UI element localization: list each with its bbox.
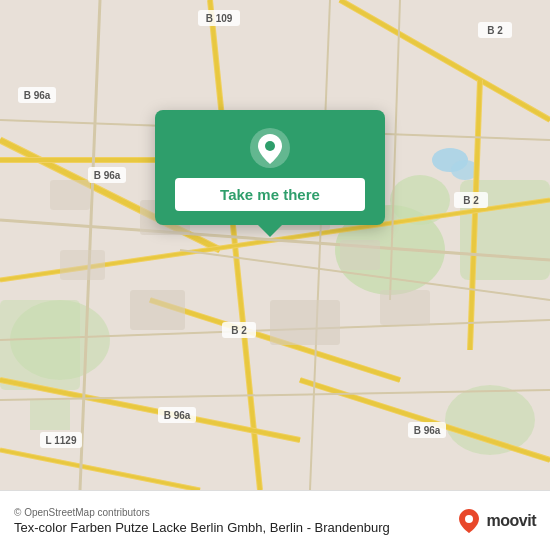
moovit-pin-icon: [455, 507, 483, 535]
svg-text:B 96a: B 96a: [24, 90, 51, 101]
bottom-bar: © OpenStreetMap contributors Tex-color F…: [0, 490, 550, 550]
svg-rect-58: [270, 300, 340, 345]
svg-rect-7: [30, 400, 70, 430]
moovit-logo: moovit: [455, 507, 536, 535]
svg-text:B 2: B 2: [487, 25, 503, 36]
svg-text:B 109: B 109: [206, 13, 233, 24]
bottom-info: © OpenStreetMap contributors Tex-color F…: [14, 507, 390, 535]
moovit-brand-text: moovit: [487, 512, 536, 530]
svg-rect-60: [340, 240, 380, 270]
map-svg: B 109 B 2 B 96a B 96a B 2 B 2 B 96a B 96…: [0, 0, 550, 490]
svg-text:B 96a: B 96a: [164, 410, 191, 421]
svg-point-65: [265, 141, 275, 151]
svg-text:B 96a: B 96a: [414, 425, 441, 436]
location-pin-icon: [248, 126, 292, 170]
svg-point-66: [465, 515, 473, 523]
location-name: Tex-color Farben Putze Lacke Berlin Gmbh…: [14, 520, 390, 535]
svg-rect-61: [380, 290, 430, 325]
map-container: B 109 B 2 B 96a B 96a B 2 B 2 B 96a B 96…: [0, 0, 550, 490]
svg-text:B 2: B 2: [463, 195, 479, 206]
svg-text:B 2: B 2: [231, 325, 247, 336]
svg-point-6: [445, 385, 535, 455]
svg-rect-59: [130, 290, 185, 330]
popup-card: Take me there: [155, 110, 385, 225]
svg-rect-5: [0, 300, 80, 390]
take-me-there-button[interactable]: Take me there: [175, 178, 365, 211]
copyright-text: © OpenStreetMap contributors: [14, 507, 390, 518]
svg-rect-63: [50, 180, 90, 210]
svg-rect-62: [60, 250, 105, 280]
svg-text:B 96a: B 96a: [94, 170, 121, 181]
svg-text:L 1129: L 1129: [46, 435, 77, 446]
